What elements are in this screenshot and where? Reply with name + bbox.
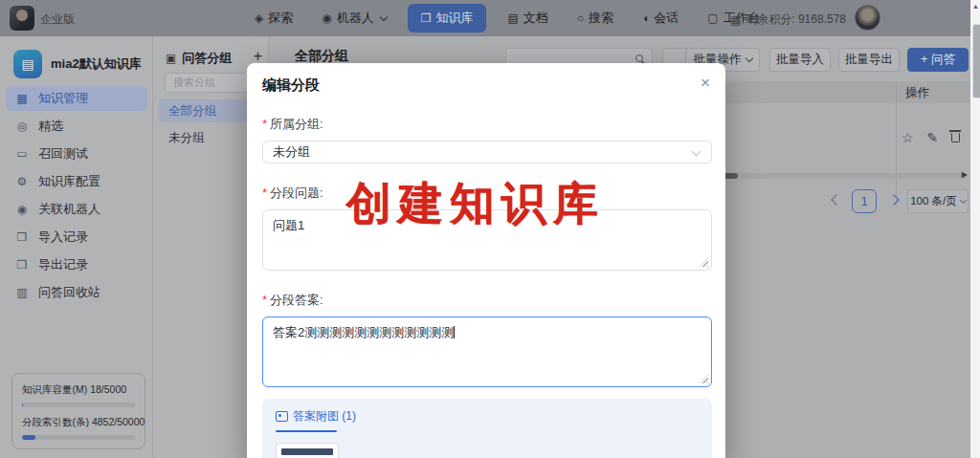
- modal-title: 编辑分段: [262, 76, 712, 95]
- import-folder-icon: ❒: [15, 230, 29, 244]
- scroll-up-arrow-icon[interactable]: ▲: [972, 3, 979, 10]
- sidebar-item-knowledge-management[interactable]: ▦ 知识管理: [6, 86, 147, 111]
- segment-index-progressbar: [22, 435, 135, 440]
- thumbnail-header-bar: [281, 448, 333, 455]
- document-icon: ▤: [507, 11, 518, 25]
- page-scrollbar-thumb[interactable]: [972, 24, 980, 98]
- nav-item-robots[interactable]: ◉ 机器人: [314, 5, 393, 32]
- kb-capacity-label: 知识库容量(M) 18/5000: [22, 383, 135, 397]
- knowledge-base-icon: ❐: [421, 11, 432, 25]
- group-field-label: *所属分组:: [262, 116, 712, 133]
- delete-trash-icon[interactable]: [951, 133, 960, 142]
- qa-groups-header: ▣ 问答分组: [166, 50, 232, 67]
- page-size-select[interactable]: 100 条/页: [907, 189, 969, 213]
- knowledge-base-header: ▤ mia2默认知识库: [13, 50, 142, 78]
- actions-column-header: 操作: [905, 85, 929, 101]
- group-select[interactable]: 未分组: [262, 141, 712, 164]
- active-tab-underline: [276, 430, 337, 432]
- kb-capacity-progress-fill: [22, 403, 23, 407]
- sidebar-item-recall-test[interactable]: ▭ 召回测试: [6, 142, 147, 166]
- star-icon[interactable]: ☆: [902, 130, 914, 145]
- app-root: 企业版 ◈ 探索 ◉ 机器人 ❐ 知识库 ▤ 文档 ○ 搜索: [0, 0, 980, 458]
- robot-icon: ◉: [322, 11, 331, 25]
- close-icon[interactable]: ×: [701, 75, 710, 91]
- bulk-import-button[interactable]: 批量导入: [769, 48, 831, 72]
- image-icon: [276, 411, 288, 422]
- required-asterisk: *: [262, 117, 267, 131]
- chevron-down-icon: [692, 147, 702, 157]
- search-icon: ○: [577, 11, 584, 25]
- workbench-icon: ▢: [707, 11, 718, 25]
- chevron-down-icon: [379, 12, 387, 20]
- brand-logo-image: [10, 6, 34, 31]
- chevron-down-icon: [960, 197, 967, 204]
- nav-item-explore[interactable]: ◈ 探索: [247, 5, 301, 32]
- scroll-right-arrow-icon[interactable]: ▶: [962, 170, 968, 179]
- next-page-button[interactable]: [888, 194, 899, 205]
- sidebar-item-import-records[interactable]: ❒ 导入记录: [6, 225, 147, 250]
- table-row-actions: ☆ ✎: [902, 130, 960, 145]
- chevron-down-icon: [745, 55, 752, 62]
- recall-test-icon: ▭: [15, 147, 29, 161]
- sidebar-item-export-records[interactable]: ❐ 导出记录: [6, 252, 147, 277]
- resize-handle-icon[interactable]: [700, 258, 708, 267]
- page-scrollbar[interactable]: ▲: [970, 0, 980, 458]
- resize-handle-icon[interactable]: [700, 375, 708, 383]
- sidebar-menu: ▦ 知识管理 ◎ 精选 ▭ 召回测试 ⚙ 知识库配置 ◉ 关联机器人 ❒ 导入记…: [6, 86, 147, 308]
- featured-icon: ◎: [15, 120, 29, 133]
- nav-item-conversations[interactable]: ◖ 会话: [635, 5, 686, 32]
- robot-link-icon: ◉: [15, 203, 29, 216]
- answer-attachments-panel: 答案附图 (1) 支持点击空白处、拖拽、粘贴图片/视频，图片不得超过2M，视频不…: [262, 399, 712, 458]
- answer-textarea[interactable]: 答案2测测测测测测测测测测测测: [262, 316, 712, 387]
- sidebar-item-kb-settings[interactable]: ⚙ 知识库配置: [6, 169, 147, 194]
- page-number-button[interactable]: 1: [852, 189, 877, 213]
- required-asterisk: *: [262, 293, 267, 307]
- sidebar-item-qa-recycle-bin[interactable]: ▥ 问答回收站: [6, 280, 147, 305]
- attachment-thumbnail[interactable]: [276, 443, 339, 458]
- brand-edition-label: 企业版: [40, 11, 75, 28]
- user-avatar[interactable]: [855, 5, 880, 31]
- text-cursor: [454, 326, 455, 338]
- credits-icon: ▦: [730, 13, 741, 27]
- nav-item-documents[interactable]: ▤ 文档: [500, 5, 555, 32]
- nav-item-knowledge-base[interactable]: ❐ 知识库: [408, 4, 487, 33]
- segment-index-progress-fill: [22, 435, 35, 440]
- question-text: 问题1: [273, 218, 304, 232]
- recycle-bin-icon: ▥: [15, 286, 29, 299]
- knowledge-base-name: mia2默认知识库: [51, 55, 142, 73]
- sidebar-item-linked-robots[interactable]: ◉ 关联机器人: [6, 197, 147, 222]
- sidebar-item-featured[interactable]: ◎ 精选: [6, 114, 147, 139]
- grid-icon: ▦: [15, 92, 29, 105]
- knowledge-base-logo-icon: ▤: [13, 50, 42, 78]
- answer-field-label: *分段答案:: [262, 292, 712, 309]
- group-select-value: 未分组: [273, 144, 310, 159]
- sidebar: ▤ mia2默认知识库 ▦ 知识管理 ◎ 精选 ▭ 召回测试 ⚙ 知识库配置 ◉: [0, 36, 153, 458]
- search-icon: [635, 55, 643, 62]
- question-field-label: *分段问题:: [262, 185, 712, 202]
- kb-capacity-progressbar: [22, 403, 135, 407]
- explore-icon: ◈: [255, 11, 263, 25]
- edit-pencil-icon[interactable]: ✎: [927, 130, 939, 145]
- topbar: 企业版 ◈ 探索 ◉ 机器人 ❐ 知识库 ▤ 文档 ○ 搜索: [0, 0, 980, 36]
- remaining-credits: ▦ 剩余积分: 9168.578: [730, 11, 846, 28]
- tab-answer-images[interactable]: 答案附图 (1): [276, 408, 699, 425]
- prev-page-button[interactable]: [831, 194, 841, 205]
- groups-icon: ▣: [166, 52, 176, 65]
- gear-icon: ⚙: [15, 175, 29, 188]
- question-textarea[interactable]: 问题1: [262, 209, 712, 271]
- answer-text: 答案2测测测测测测测测测测测测: [273, 325, 454, 339]
- bulk-export-button[interactable]: 批量导出: [838, 48, 900, 72]
- main-nav: ◈ 探索 ◉ 机器人 ❐ 知识库 ▤ 文档 ○ 搜索 ◖ 会话: [247, 0, 768, 36]
- segment-index-label: 分段索引数(条) 4852/50000: [22, 416, 135, 429]
- export-folder-icon: ❐: [15, 258, 29, 272]
- edit-segment-modal: 编辑分段 × *所属分组: 未分组 *分段问题: 问题1 *分段答案: 答案2测…: [247, 63, 725, 458]
- nav-item-search[interactable]: ○ 搜索: [569, 5, 621, 32]
- chat-icon: ◖: [642, 11, 649, 25]
- required-asterisk: *: [262, 185, 267, 200]
- capacity-stats-card: 知识库容量(M) 18/5000 分段索引数(条) 4852/50000: [11, 373, 145, 449]
- add-qa-button[interactable]: + 问答: [907, 48, 969, 72]
